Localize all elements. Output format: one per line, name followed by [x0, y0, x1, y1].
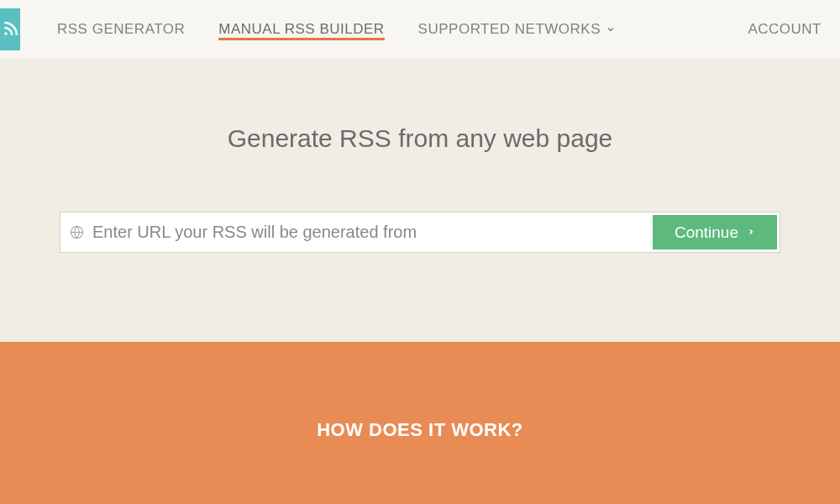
nav-label: SUPPORTED NETWORKS: [418, 21, 601, 38]
hero-title: Generate RSS from any web page: [0, 124, 840, 153]
nav-rss-generator[interactable]: RSS GENERATOR: [40, 0, 202, 59]
globe-icon: [60, 213, 92, 252]
logo-rss-icon[interactable]: [0, 8, 20, 50]
top-navbar: RSS GENERATOR MANUAL RSS BUILDER SUPPORT…: [0, 0, 840, 59]
nav-manual-rss-builder[interactable]: MANUAL RSS BUILDER: [202, 0, 401, 59]
hero-section: Generate RSS from any web page Continue: [0, 59, 840, 253]
continue-button[interactable]: Continue: [653, 215, 777, 249]
continue-label: Continue: [675, 223, 738, 242]
nav-supported-networks[interactable]: SUPPORTED NETWORKS: [402, 0, 633, 59]
url-input[interactable]: [92, 213, 650, 252]
svg-point-0: [4, 32, 7, 34]
nav-label: ACCOUNT: [748, 21, 822, 38]
how-title: HOW DOES IT WORK?: [0, 419, 840, 441]
chevron-right-icon: [747, 223, 755, 242]
nav-label: RSS GENERATOR: [57, 21, 185, 38]
how-it-works-section: HOW DOES IT WORK? sites that don't have …: [0, 342, 840, 504]
nav-label: MANUAL RSS BUILDER: [218, 21, 384, 38]
chevron-down-icon: [606, 24, 616, 34]
url-bar: Continue: [60, 212, 780, 253]
rss-icon: [2, 21, 18, 38]
nav-account[interactable]: ACCOUNT: [731, 0, 840, 59]
